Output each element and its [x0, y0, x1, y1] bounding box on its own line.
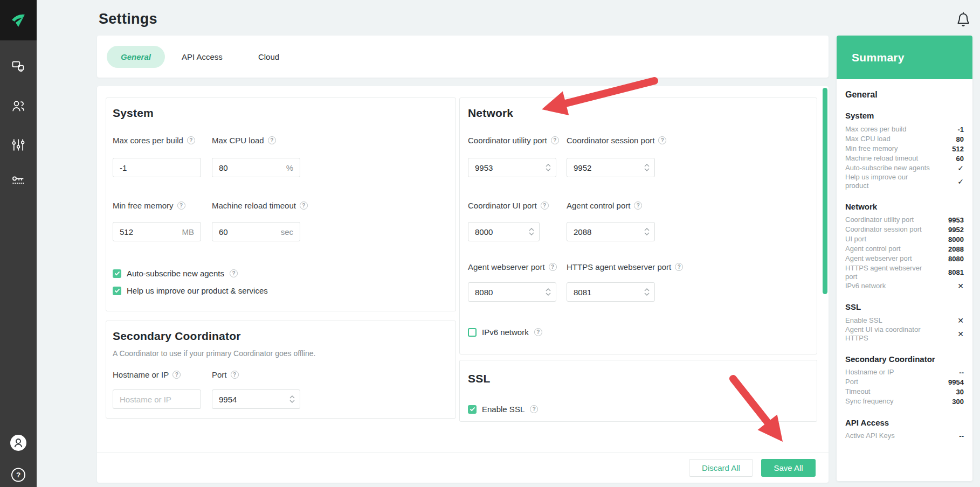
auto-subscribe-label: Auto-subscribe new agents — [127, 269, 224, 278]
utility-port-label-row: Coordinator utility port ? — [468, 136, 559, 145]
summary-row-value: 9953 — [948, 216, 964, 224]
summary-row-label: Coordinator utility port — [845, 215, 914, 224]
question-help-icon[interactable]: ? — [549, 263, 557, 271]
auto-subscribe-checkbox[interactable] — [113, 269, 121, 278]
summary-row: UI port8000 — [845, 235, 964, 245]
utility-port-input[interactable] — [468, 163, 546, 172]
summary-row-label: IPv6 network — [845, 282, 886, 290]
summary-row-value: -- — [959, 368, 964, 377]
summary-row-label: Auto-subscribe new agents — [845, 164, 930, 172]
content-scrollbar-thumb[interactable] — [823, 88, 827, 294]
min-mem-input[interactable] — [113, 227, 182, 236]
session-port-input[interactable] — [567, 163, 644, 172]
question-help-icon[interactable]: ? — [551, 136, 559, 144]
question-help-icon[interactable]: ? — [300, 201, 308, 210]
tab-general-label: General — [121, 52, 151, 61]
question-help-icon[interactable]: ? — [658, 136, 666, 144]
number-stepper[interactable] — [546, 288, 556, 296]
hostname-input[interactable] — [113, 395, 201, 404]
discard-all-button[interactable]: Discard All — [689, 459, 753, 477]
summary-row-label: Enable SSL — [845, 316, 882, 325]
cross-icon: ✕ — [957, 330, 964, 338]
number-stepper[interactable] — [289, 395, 300, 403]
https-port-input[interactable] — [567, 288, 644, 297]
ipv6-row: IPv6 network ? — [468, 328, 542, 337]
webserver-port-input[interactable] — [468, 288, 546, 297]
save-all-button[interactable]: Save All — [761, 459, 816, 477]
user-avatar[interactable] — [10, 434, 27, 451]
sidebar-item-settings[interactable] — [10, 137, 26, 153]
enable-ssl-checkbox[interactable] — [468, 405, 477, 414]
min-mem-label: Min free memory — [113, 201, 174, 210]
sidebar-item-users[interactable] — [10, 98, 26, 114]
summary-row: Sync frequency300 — [845, 397, 964, 407]
agents-icon — [11, 59, 26, 74]
max-cpu-field: % — [212, 158, 300, 177]
network-card: Network Coordinator utility port ? Coord… — [459, 98, 817, 354]
auto-subscribe-row: Auto-subscribe new agents ? — [113, 269, 238, 278]
question-help-icon[interactable]: ? — [172, 371, 181, 379]
notifications-button[interactable] — [954, 10, 972, 29]
summary-row: Min free memory512 — [845, 144, 964, 154]
number-stepper[interactable] — [644, 288, 654, 296]
summary-row: Max CPU load80 — [845, 134, 964, 144]
question-help-icon[interactable]: ? — [675, 263, 683, 271]
question-help-icon[interactable]: ? — [268, 136, 276, 144]
control-port-label-row: Agent control port ? — [567, 201, 642, 210]
max-cpu-input[interactable] — [212, 163, 286, 172]
users-icon — [11, 99, 26, 114]
chevron-up-icon — [546, 164, 551, 167]
secondary-port-input[interactable] — [212, 395, 289, 404]
summary-row-value: 9952 — [948, 226, 964, 234]
max-cores-field — [113, 158, 201, 177]
ui-port-input[interactable] — [468, 227, 529, 236]
control-port-input[interactable] — [567, 227, 644, 236]
summary-row: IPv6 network✕ — [845, 281, 964, 291]
summary-row-label: Agent webserver port — [845, 254, 912, 263]
summary-row: Port9954 — [845, 378, 964, 387]
tab-api-access[interactable]: API Access — [182, 48, 223, 66]
avatar-icon — [10, 434, 27, 451]
ipv6-checkbox[interactable] — [468, 328, 477, 337]
help-icon: ? — [11, 468, 26, 482]
check-icon — [114, 271, 120, 276]
notification-bell-icon — [956, 11, 971, 27]
ui-port-label: Coordinator UI port — [468, 201, 537, 210]
control-port-field — [567, 222, 655, 241]
question-help-icon[interactable]: ? — [230, 269, 238, 277]
sidebar-item-license[interactable] — [10, 172, 26, 189]
app-logo[interactable] — [0, 0, 37, 40]
question-help-icon[interactable]: ? — [177, 201, 185, 210]
page-title: Settings — [99, 11, 157, 27]
tab-general[interactable]: General — [107, 46, 165, 68]
max-cores-label-row: Max cores per build ? — [113, 136, 195, 145]
number-stepper[interactable] — [644, 164, 654, 171]
summary-row: Timeout30 — [845, 387, 964, 397]
enable-ssl-label: Enable SSL — [482, 405, 524, 414]
secondary-port-label: Port — [212, 370, 227, 379]
reload-timeout-input[interactable] — [212, 227, 281, 236]
improve-product-checkbox[interactable] — [113, 287, 121, 295]
help-button[interactable]: ? — [11, 468, 26, 482]
question-help-icon[interactable]: ? — [187, 136, 195, 144]
summary-group-rows: Coordinator utility port9953 Coordinator… — [845, 215, 964, 291]
question-help-icon[interactable]: ? — [634, 201, 642, 210]
summary-row-label: Help us improve our product — [845, 173, 930, 191]
question-help-icon[interactable]: ? — [541, 201, 549, 210]
question-help-icon[interactable]: ? — [231, 371, 239, 379]
question-help-icon[interactable]: ? — [530, 405, 538, 413]
tab-cloud[interactable]: Cloud — [258, 48, 279, 66]
sidebar-item-agents[interactable] — [10, 59, 26, 75]
summary-row: Machine reload timeout60 — [845, 154, 964, 163]
max-cores-input[interactable] — [113, 163, 201, 172]
question-help-icon[interactable]: ? — [534, 328, 542, 336]
number-stepper[interactable] — [529, 228, 539, 235]
summary-group-rows: Max cores per build-1 Max CPU load80 Min… — [845, 124, 964, 191]
hostname-field — [113, 389, 201, 409]
number-stepper[interactable] — [546, 164, 556, 171]
summary-row-label: Max CPU load — [845, 135, 891, 143]
summary-row-label: Min free memory — [845, 144, 898, 153]
check-icon: ✓ — [957, 177, 964, 186]
summary-row-label: Timeout — [845, 387, 870, 396]
number-stepper[interactable] — [644, 228, 654, 235]
